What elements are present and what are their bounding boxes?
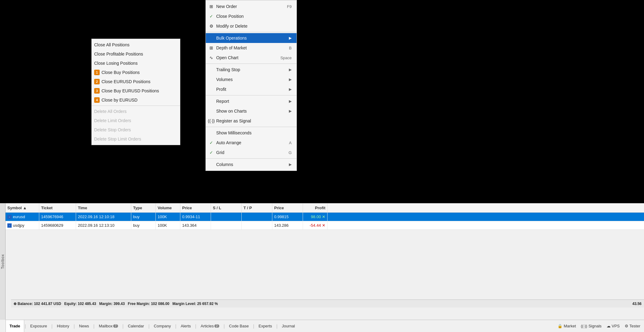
menu-open-chart-label: Open Chart <box>216 55 238 60</box>
submenu-close-all-positions[interactable]: Close All Positions <box>92 40 180 49</box>
menu-volumes-label: Volumes <box>216 77 233 82</box>
col-header-volume[interactable]: Volume <box>156 203 180 212</box>
tab-bar: Trade | Exposure | History | News | Mail… <box>6 320 644 332</box>
vps-icon-group[interactable]: ☁ VPS <box>607 324 620 328</box>
col-header-type[interactable]: Type <box>131 203 156 212</box>
auto-arrange-shortcut: A <box>289 141 292 145</box>
table-row[interactable]: - usdjpy 1459680629 2022.09.16 12:13:10 … <box>6 221 644 230</box>
menu-register-as-signal[interactable]: ((·)) Register as Signal <box>206 116 297 126</box>
submenu-close-buy-eurusd-positions-label: Close Buy EURUSD Positions <box>102 88 159 93</box>
tester-gear-icon: ⚙ <box>625 324 628 328</box>
menu-show-on-charts[interactable]: Show on Charts ▶ <box>206 106 297 116</box>
tab-journal[interactable]: Journal <box>278 320 299 332</box>
cell-symbol: - eurusd <box>6 213 39 221</box>
menu-depth-of-market[interactable]: ⊞ Depth of Market B <box>206 43 297 53</box>
menu-modify-delete[interactable]: ⚙ Modify or Delete <box>206 21 297 31</box>
col-header-price[interactable]: Price <box>180 203 211 212</box>
tab-history[interactable]: History <box>53 320 73 332</box>
submenu-close-buy-eurusd-positions[interactable]: 3 Close Buy EURUSD Positions <box>92 86 180 95</box>
submenu-delete-stop-orders: Delete Stop Orders <box>92 125 180 134</box>
submenu-close-losing-positions[interactable]: Close Losing Positions <box>92 59 180 68</box>
menu-trailing-stop[interactable]: Trailing Stop ▶ <box>206 65 297 75</box>
cell-sl <box>211 221 242 230</box>
tab-experts[interactable]: Experts <box>255 320 276 332</box>
grid-check-icon: ✓ <box>208 150 214 155</box>
submenu-delete-all-orders-label: Delete All Orders <box>94 109 127 114</box>
market-icon-group[interactable]: 🔒 Market <box>558 324 576 328</box>
badge-4: 4 <box>94 97 100 103</box>
tab-calendar[interactable]: Calendar <box>124 320 148 332</box>
modify-delete-icon: ⚙ <box>208 24 214 29</box>
menu-grid[interactable]: ✓ Grid G <box>206 148 297 157</box>
cell-curprice: 0.99815 <box>272 213 303 221</box>
cell-volume: 100K <box>156 213 180 221</box>
menu-depth-of-market-label: Depth of Market <box>216 45 247 50</box>
separator-2 <box>206 64 297 64</box>
menu-profit-label: Profit <box>216 87 226 92</box>
separator-3 <box>206 95 297 95</box>
cell-price: 143.364 <box>180 221 211 230</box>
cell-type: buy <box>131 221 156 230</box>
table-header: Symbol ▲ Ticket Time Type Volume Price S… <box>6 203 644 213</box>
menu-report[interactable]: Report ▶ <box>206 96 297 106</box>
tester-icon-group[interactable]: ⚙ Tester <box>625 324 640 328</box>
col-header-tp[interactable]: T / P <box>242 203 272 212</box>
menu-profit[interactable]: Profit ▶ <box>206 84 297 94</box>
menu-volumes[interactable]: Volumes ▶ <box>206 75 297 84</box>
badge-3: 3 <box>94 88 100 94</box>
tab-alerts[interactable]: Alerts <box>177 320 194 332</box>
menu-bulk-operations[interactable]: Bulk Operations ▶ <box>206 33 297 43</box>
menu-new-order-label: New Order <box>216 4 237 9</box>
new-order-shortcut: F9 <box>287 4 292 9</box>
submenu-close-losing-positions-label: Close Losing Positions <box>94 61 138 66</box>
market-label: Market <box>564 324 576 328</box>
market-lock-icon: 🔒 <box>558 324 562 328</box>
submenu-close-by-eurusd[interactable]: 4 Close by EURUSD <box>92 95 180 105</box>
tab-exposure[interactable]: Exposure <box>27 320 51 332</box>
col-header-ticket[interactable]: Ticket <box>39 203 76 212</box>
sub-menu-bulk-operations: Close All Positions Close Profitable Pos… <box>91 39 180 145</box>
tab-code-base[interactable]: Code Base <box>225 320 252 332</box>
cell-profit: 98.00 ✕ <box>303 213 328 221</box>
menu-open-chart[interactable]: ∿ Open Chart Space <box>206 53 297 63</box>
cell-ticket: 1459680629 <box>39 221 76 230</box>
col-header-profit[interactable]: Profit <box>303 203 328 212</box>
table-row[interactable]: - eurusd 1459676946 2022.09.16 12:10:18 … <box>6 213 644 221</box>
submenu-close-all-positions-label: Close All Positions <box>94 42 129 47</box>
tab-mailbox[interactable]: Mailbox7 <box>95 320 122 332</box>
grid-shortcut: G <box>289 150 292 155</box>
cell-tp <box>242 213 272 221</box>
menu-columns[interactable]: Columns ▶ <box>206 160 297 169</box>
separator-1 <box>206 32 297 32</box>
submenu-delete-stop-limit-orders: Delete Stop Limit Orders <box>92 134 180 144</box>
submenu-close-buy-positions[interactable]: 1 Close Buy Positions <box>92 68 180 77</box>
col-header-sl[interactable]: S / L <box>211 203 242 212</box>
show-on-charts-arrow-icon: ▶ <box>289 109 292 113</box>
bulk-operations-arrow-icon: ▶ <box>289 36 292 40</box>
submenu-delete-stop-limit-orders-label: Delete Stop Limit Orders <box>94 137 141 141</box>
menu-close-position[interactable]: ✓ Close Position <box>206 11 297 21</box>
tab-trade[interactable]: Trade <box>6 320 24 332</box>
col-header-curprice[interactable]: Price <box>272 203 303 212</box>
cell-symbol: - usdjpy <box>6 221 39 230</box>
tab-news[interactable]: News <box>75 320 93 332</box>
col-header-time[interactable]: Time <box>76 203 131 212</box>
menu-auto-arrange[interactable]: ✓ Auto Arrange A <box>206 138 297 148</box>
signals-icon: ((·)) <box>581 324 587 328</box>
articles-badge: 2 <box>214 324 219 328</box>
tab-company[interactable]: Company <box>150 320 175 332</box>
register-signal-icon: ((·)) <box>208 118 214 123</box>
row-icon: - <box>7 223 12 228</box>
col-header-symbol[interactable]: Symbol ▲ <box>6 203 39 212</box>
cell-type: buy <box>131 213 156 221</box>
auto-arrange-check-icon: ✓ <box>208 140 214 145</box>
submenu-close-eurusd-positions[interactable]: 2 Close EURUSD Positions <box>92 77 180 86</box>
submenu-close-profitable-positions[interactable]: Close Profitable Positions <box>92 49 180 59</box>
signals-icon-group[interactable]: ((·)) Signals <box>581 324 602 328</box>
menu-register-as-signal-label: Register as Signal <box>216 118 251 123</box>
menu-new-order[interactable]: ⊞ New Order F9 <box>206 2 297 11</box>
open-chart-shortcut: Space <box>280 56 292 60</box>
menu-show-milliseconds[interactable]: Show Milliseconds <box>206 128 297 138</box>
submenu-delete-limit-orders-label: Delete Limit Orders <box>94 118 131 123</box>
tab-articles[interactable]: Articles2 <box>197 320 223 332</box>
